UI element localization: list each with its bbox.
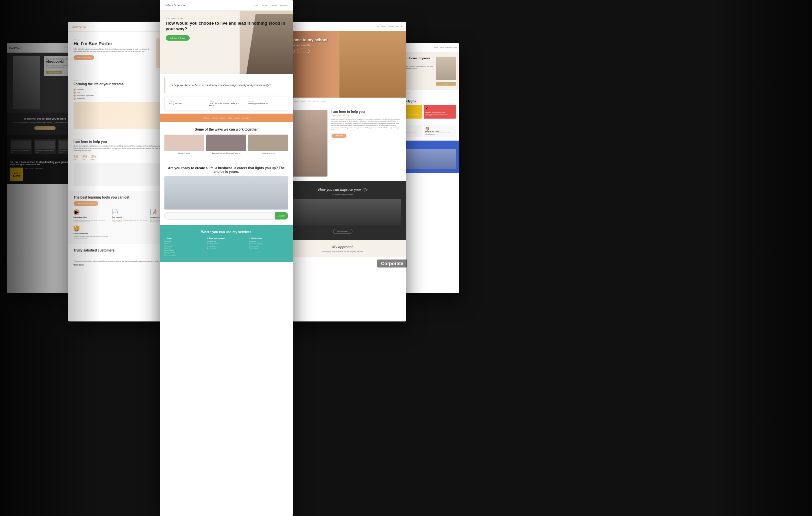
william-nav-advertising[interactable]: Advertising <box>280 4 288 6</box>
luc-nav-community[interactable]: Community <box>388 25 394 27</box>
william-nav-coaching[interactable]: Coaching <box>261 4 268 6</box>
luc-cream: My approach Forming a plan towards the l… <box>280 240 406 257</box>
sue-desc: I offer online life coaching sessions wo… <box>74 48 152 53</box>
william-logo-3: matrix <box>220 117 225 119</box>
sue-stat-label-2: Jobs <box>82 159 87 160</box>
william-create-img <box>165 176 288 210</box>
sue-dream-text-3: Breakdown Aspirations <box>77 94 94 97</box>
luc-laptop-img <box>284 199 401 225</box>
william-teal-item-2-4: New momentum <box>207 247 245 249</box>
learn-nav-home[interactable]: Home <box>434 47 438 48</box>
william-teal-title: Where you can use my services <box>165 230 288 234</box>
david-course-2: Take control of your life, face on the l… <box>34 139 56 154</box>
sue-name: Hi, I'm Sue Porter <box>74 41 152 46</box>
sue-tool-4: 🏆 Certificate awards Tools you will use … <box>74 225 109 239</box>
luc-logo-3: matrix <box>301 100 306 102</box>
sue-stat-label-1: Rate <box>74 159 78 160</box>
sue-logo: SuePorter <box>72 25 87 28</box>
william-teal-item-1-5: Work motivation <box>165 249 203 252</box>
william-teal-item-2-1: Delegating work <box>207 241 245 243</box>
luc-nav-links: Start Courses Community Apps Bio <box>377 25 403 27</box>
william-teal-col-items-1: Productivity Success Self-motivation Lea… <box>165 241 203 256</box>
luc-nav-courses[interactable]: Courses <box>381 25 386 27</box>
luc-nav-apps[interactable]: Apps <box>396 25 399 27</box>
learn-nav-community[interactable]: Community <box>445 47 452 48</box>
william-logo-1: #Phone <box>203 117 209 119</box>
sue-tool-name-2: Text material <box>112 216 147 218</box>
sue-more-btn[interactable]: MORE ABOUT ME <box>74 55 94 60</box>
william-create: Are you ready to create a life, a busine… <box>160 161 293 225</box>
luc-find-btn[interactable]: Find out more > <box>333 229 352 234</box>
sue-tool-icon-1: ▶ <box>74 209 80 215</box>
learn-red-title: Using the right marketing tools <box>425 111 455 113</box>
luc-logos: #Phone +Shape matrix Lat #accez shutter <box>280 98 406 105</box>
william-teal-item-3-2: Overcoming negativity <box>249 243 288 245</box>
luc-logo-4: Lat <box>308 100 311 102</box>
william-service-label-1: Remote Coaching <box>165 151 204 156</box>
collage-container: David Vitae Start Contact Coaching COACH… <box>0 0 812 516</box>
david-you-badge: YOU BADASS <box>10 168 23 181</box>
william-nav-compete[interactable]: Compete <box>270 4 277 6</box>
william-email-input[interactable] <box>165 212 274 219</box>
sue-tool-icon-4: 🏆 <box>74 225 80 232</box>
luc-help-subtitle: Take your life back <box>331 114 401 116</box>
william-teal-item-2-3: Time tracking <box>207 245 245 247</box>
sue-stat-3: 2% Rate <box>91 155 96 160</box>
sue-tool-icon-3: 📝 <box>150 209 156 215</box>
sue-tools-btn[interactable]: EXPLORE OUR TOOLS <box>74 201 98 206</box>
luc-help: I am here to help you Take your life bac… <box>280 105 406 181</box>
william-teal-col-title-3: Relationship <box>249 237 288 239</box>
david-course-title-1: Improve the way you approach life <box>11 150 31 153</box>
william-teal-col-items-2: Delegating work Priorities & attention T… <box>207 241 245 249</box>
david-join-btn[interactable]: JOIN MY COACHING <box>46 71 62 74</box>
william-teal: Where you can use my services Money Prod… <box>160 225 293 262</box>
sue-tool-name-1: Interactive video <box>74 216 109 218</box>
william-ready-btn[interactable]: I'm Ready To Choose <box>166 35 190 40</box>
william-contact-call: CALL ME (702) 200-0000 <box>169 100 205 107</box>
david-course-title-2: Take control of your life, face on the l… <box>35 150 55 153</box>
william-contact: CALL ME (702) 200-0000 VISIT ME 1291 Loc… <box>165 97 288 110</box>
william-teal-col-title-1: Money <box>165 237 203 239</box>
learn-nav-courses[interactable]: Courses <box>439 47 444 48</box>
william-ways: Some of the ways we can work together Re… <box>160 122 293 161</box>
sue-dot-3 <box>74 94 76 97</box>
william-quote-text: "I help my clients achieve revolutionary… <box>171 83 282 87</box>
william-teal-col-1: Money Productivity Success Self-motivati… <box>165 237 203 256</box>
william-hero: The choice is yours. How would you choos… <box>160 11 293 74</box>
william-ways-cards: Remote Coaching Executive Coaching & Cor… <box>165 135 288 156</box>
learn-signup-btn[interactable]: Sign up <box>436 82 456 86</box>
luc-help-btn[interactable]: Let's talk me <box>331 134 346 138</box>
william-teal-col-3: Relationship Self-esteem Overcoming nega… <box>249 237 288 256</box>
william-logo-6: ✿ shutter <box>242 117 249 119</box>
william-logo-5: #accez <box>234 117 240 119</box>
william-nav-home[interactable]: Home <box>254 4 258 6</box>
david-badass-text: BADASS <box>13 175 20 177</box>
luc-dark-subtitle: It's easier than you think <box>284 193 401 195</box>
william-teal-col-2: Time management Delegating work Prioriti… <box>207 237 245 256</box>
sue-tool-1: ▶ Interactive video Exceptional experien… <box>74 209 109 223</box>
sue-tool-desc-1: Exceptional experiences with technically… <box>74 219 109 223</box>
david-course-img-2 <box>35 141 55 149</box>
luc-nav-start[interactable]: Start <box>377 25 379 27</box>
william-join-btn[interactable]: Join Me! <box>275 212 288 219</box>
david-course-img-1 <box>11 141 31 149</box>
sue-stat-label-3: Rate <box>91 159 96 160</box>
learn-nav-login[interactable]: Login <box>453 47 457 48</box>
card-william: William Schumann Home Coaching Compete A… <box>160 0 293 516</box>
luc-hero-person <box>340 31 406 98</box>
william-service-3: Individual Coaching <box>248 135 288 156</box>
william-teal-item-1-2: Success <box>165 243 203 245</box>
sue-tool-desc-4: Tools you will use to master the field, … <box>74 236 109 239</box>
william-hero-content: The choice is yours. How would you choos… <box>160 11 293 47</box>
william-logos-row: #Phone +Shape matrix ✦ Lat #accez ✿ shut… <box>165 117 288 119</box>
sue-tool-icon-2: 📄 <box>112 209 118 215</box>
depth-shadow-right <box>712 0 812 516</box>
william-service-img-1 <box>165 135 204 151</box>
david-discover-btn[interactable]: DISCOVER MY COURSES <box>34 126 56 130</box>
luc-btn-learn[interactable]: Learn more <box>297 49 310 53</box>
william-call-label: CALL ME <box>169 100 205 102</box>
luc-nav-bio[interactable]: Bio <box>401 25 403 27</box>
david-nav-1[interactable]: Start <box>65 47 67 49</box>
william-quote: "I help my clients achieve revolutionary… <box>165 77 288 93</box>
sue-tool-desc-2: Tools used by the world's professionals … <box>112 219 147 223</box>
